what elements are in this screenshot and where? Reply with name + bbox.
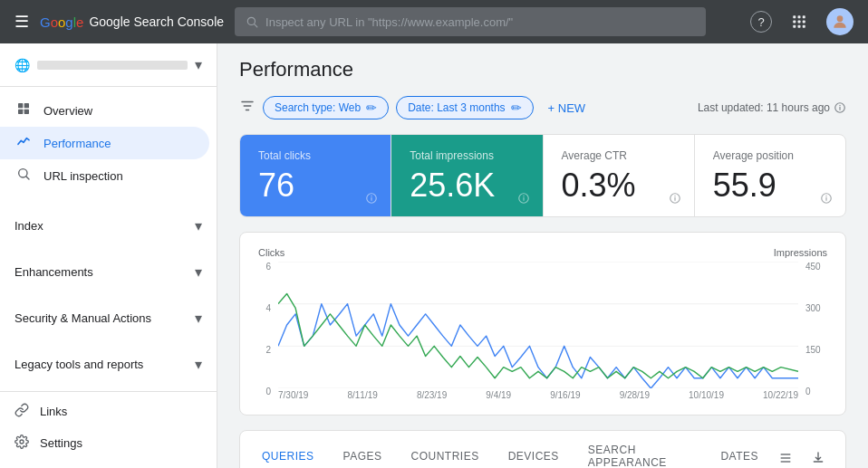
tab-devices[interactable]: DEVICES [494, 437, 574, 468]
metric-avg-position: Average position 55.9 [695, 135, 845, 216]
sidebar-item-settings[interactable]: Settings [0, 427, 217, 459]
filter-chip-date-label: Date: Last 3 months [408, 101, 505, 114]
filter-chip-date[interactable]: Date: Last 3 months ✏ [396, 96, 533, 119]
overview-icon [14, 101, 33, 119]
search-bar[interactable] [235, 7, 706, 36]
metric-impressions-value: 25.6K [410, 169, 524, 202]
section-legacy: Legacy tools and reports ▾ [0, 345, 217, 384]
tab-search-appearance[interactable]: SEARCH APPEARANCE [574, 431, 707, 468]
metric-impressions-label: Total impressions [410, 149, 524, 162]
sidebar-item-url-inspection[interactable]: URL inspection [0, 159, 209, 192]
tabs-bar: QUERIES PAGES COUNTRIES DEVICES SEARCH A… [239, 430, 846, 468]
y-right-label: Impressions [774, 247, 827, 258]
section-index-title: Index [14, 219, 191, 233]
metrics-row: Total clicks 76 Total impressions 25.6K … [239, 134, 846, 217]
filter-chip-search-type-edit[interactable]: ✏ [366, 100, 377, 115]
sidebar-footer: Links Settings Submit feedback About new… [0, 391, 217, 468]
url-inspection-icon [14, 167, 33, 185]
svg-rect-8 [793, 25, 796, 28]
metric-impressions-help[interactable] [517, 192, 530, 207]
info-icon [834, 101, 846, 114]
metric-clicks-help[interactable] [365, 192, 378, 207]
chart-axes-labels: Clicks Impressions [258, 247, 827, 258]
user-avatar[interactable] [826, 8, 854, 35]
section-legacy-header[interactable]: Legacy tools and reports ▾ [0, 349, 217, 380]
svg-rect-9 [798, 25, 801, 28]
property-icon: 🌐 [14, 58, 30, 72]
main-content: Performance Search type: Web ✏ Date: Las… [217, 43, 868, 468]
apps-button[interactable] [786, 9, 812, 34]
filter-chip-date-edit[interactable]: ✏ [511, 100, 522, 115]
svg-line-1 [255, 24, 257, 27]
sidebar-item-overview-label: Overview [43, 104, 92, 118]
filter-chip-search-type[interactable]: Search type: Web ✏ [263, 96, 389, 119]
y-left-label: Clicks [258, 247, 285, 258]
section-index-header[interactable]: Index ▾ [0, 210, 217, 242]
chart-x-labels: 7/30/19 8/11/19 8/23/19 9/4/19 9/16/19 9… [278, 390, 798, 400]
svg-rect-14 [18, 110, 23, 114]
tab-countries[interactable]: COUNTRIES [396, 437, 493, 468]
filter-icon[interactable] [239, 98, 256, 118]
download-button[interactable] [805, 445, 831, 469]
metric-position-label: Average position [713, 149, 827, 162]
app-logo: Google Google Search Console [40, 14, 224, 30]
section-security-header[interactable]: Security & Manual Actions ▾ [0, 302, 217, 334]
svg-point-11 [837, 15, 844, 22]
metric-clicks-value: 76 [258, 169, 372, 202]
svg-rect-10 [803, 25, 805, 28]
tab-queries[interactable]: QUERIES [247, 437, 329, 468]
section-security-title: Security & Manual Actions [14, 311, 191, 325]
metric-position-help[interactable] [820, 192, 833, 207]
chart-container: Clicks Impressions 6 4 2 0 [239, 232, 846, 415]
help-button[interactable]: ? [750, 11, 772, 33]
property-name [37, 61, 188, 70]
metric-total-clicks: Total clicks 76 [240, 135, 391, 216]
section-enhancements-arrow: ▾ [195, 263, 202, 281]
svg-point-36 [523, 196, 524, 196]
sidebar-item-url-label: URL inspection [43, 169, 123, 183]
page-title: Performance [239, 58, 846, 81]
section-security: Security & Manual Actions ▾ [0, 299, 217, 338]
svg-rect-7 [803, 21, 805, 24]
section-enhancements-header[interactable]: Enhancements ▾ [0, 256, 217, 288]
metric-ctr-help[interactable] [669, 192, 681, 207]
svg-point-33 [371, 196, 372, 196]
section-index-arrow: ▾ [195, 217, 202, 234]
menu-icon[interactable]: ☰ [14, 12, 29, 32]
chart-area: 7/30/19 8/11/19 8/23/19 9/4/19 9/16/19 9… [278, 262, 798, 400]
filter-bar: Search type: Web ✏ Date: Last 3 months ✏… [239, 96, 846, 119]
sidebar-item-performance[interactable]: Performance [0, 127, 209, 159]
sidebar-item-links[interactable]: Links [0, 396, 217, 427]
section-security-arrow: ▾ [195, 310, 202, 327]
search-input[interactable] [265, 15, 695, 29]
topbar: ☰ Google Google Search Console ? [0, 0, 868, 43]
sidebar-item-overview[interactable]: Overview [0, 94, 209, 127]
last-updated-text: Last updated: 11 hours ago [698, 101, 830, 114]
sidebar-nav: Overview Performance URL inspection [0, 87, 217, 199]
section-index: Index ▾ [0, 206, 217, 245]
svg-point-30 [840, 105, 841, 106]
metric-position-value: 55.9 [713, 169, 827, 202]
svg-rect-2 [793, 15, 796, 18]
svg-rect-5 [793, 21, 796, 24]
tab-pages[interactable]: PAGES [329, 437, 397, 468]
filter-add-label: + NEW [548, 101, 586, 115]
svg-rect-6 [798, 21, 801, 24]
sidebar-item-feedback[interactable]: Submit feedback [0, 459, 217, 468]
export-button[interactable] [773, 445, 798, 469]
app-layout: 🌐 ▾ Overview Performance URL [0, 43, 868, 468]
svg-rect-12 [18, 103, 23, 108]
filter-add-button[interactable]: + NEW [541, 98, 593, 119]
svg-line-17 [26, 177, 29, 179]
section-legacy-title: Legacy tools and reports [14, 358, 191, 371]
filter-chip-search-type-label: Search type: Web [275, 101, 361, 114]
metric-clicks-label: Total clicks [258, 149, 372, 162]
grid-icon [791, 14, 807, 30]
svg-point-18 [20, 440, 24, 444]
links-icon [14, 403, 29, 420]
property-selector[interactable]: 🌐 ▾ [0, 43, 217, 87]
property-dropdown-arrow[interactable]: ▾ [195, 56, 202, 73]
tab-dates[interactable]: DATES [706, 437, 773, 468]
sidebar: 🌐 ▾ Overview Performance URL [0, 43, 217, 468]
section-enhancements: Enhancements ▾ [0, 253, 217, 291]
